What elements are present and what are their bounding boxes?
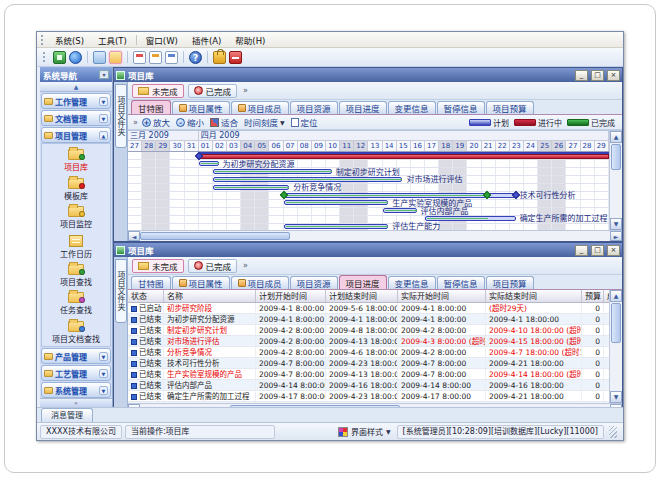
sidebar-group-bottom-0[interactable]: 产品管理▼ [41,348,111,364]
pin-icon[interactable]: ▾ [99,70,109,79]
table-window-tab-项目进度[interactable]: 项目进度 [339,275,387,289]
app-grid-icon[interactable] [53,51,66,64]
gantt-window-tab-项目资源[interactable]: 项目资源 [290,101,338,114]
table-row[interactable]: 已结束制定初步研究计划2009-4-2 8:00:002009-4-8 18:0… [128,325,609,336]
sidebar-group-top-1[interactable]: 文档管理▼ [41,110,111,126]
expand-icon[interactable]: ▼ [99,97,108,106]
expand-icon[interactable]: ▼ [99,369,108,378]
gantt-window-tab-项目成员[interactable]: 项目成员 [231,101,289,114]
task-bar[interactable] [425,216,516,221]
folder-closed-icon[interactable] [93,51,106,64]
scroll-left-arrow[interactable]: ◄ [128,404,140,407]
gantt-window-tab-项目属性[interactable]: 项目属性 [172,101,230,114]
column-header-状态[interactable]: 状态 [128,290,164,302]
task-bar[interactable] [213,169,332,174]
column-header-实际结束时间[interactable]: 实际结束时间 [486,290,582,302]
task-bar[interactable] [383,208,417,213]
sidebar-item-项目监控[interactable]: 项目监控 [42,204,110,232]
table-horizontal-scrollbar[interactable]: ◄ ► [128,403,622,407]
collapse-icon[interactable]: ▲ [99,131,108,140]
project-folder-tab[interactable]: 项目文件夹 [115,259,127,323]
scroll-right-arrow[interactable]: ► [610,404,622,407]
table-window-tab-暂停信息[interactable]: 暂停信息 [437,276,485,289]
filter-overflow-chevron[interactable]: » [243,261,248,270]
message-management-tab[interactable]: 消息管理 [41,408,93,422]
expand-icon[interactable]: ▼ [99,352,108,361]
project-folder-tab[interactable]: 项目文件夹 [115,84,127,148]
sidebar-overflow-strip[interactable]: » [40,398,112,407]
gantt-window-filter-未完成[interactable]: 未完成 [132,84,184,98]
table-window-filter-未完成[interactable]: 未完成 [132,259,184,273]
table-row[interactable]: 已结束确定生产所需的加工过程2009-4-17 8:00:002009-4-23… [128,391,609,402]
sidebar-group-top-0[interactable]: 工作管理▼ [41,93,111,109]
table-window-tab-项目成员[interactable]: 项目成员 [231,276,289,289]
column-header-计划结束时间[interactable]: 计划结束时间 [326,290,398,302]
scroll-thumb[interactable] [611,303,621,343]
minimize-button[interactable]: _ [575,70,588,81]
table-window-tab-变更信息[interactable]: 变更信息 [388,276,436,289]
gantt-window-filter-已完成[interactable]: 已完成 [188,84,238,98]
sidebar-item-项目查找[interactable]: 项目查找 [42,261,110,289]
table-row[interactable]: 已结束技术可行性分析2009-4-7 8:00:002009-4-23 18:0… [128,358,609,369]
gantt-window-tab-变更信息[interactable]: 变更信息 [388,101,436,114]
tool-缩小[interactable]: –缩小 [176,116,204,128]
gantt-window-tab-甘特图[interactable]: 甘特图 [131,100,171,114]
table-row[interactable]: 已结束分析竞争情况2009-4-2 8:00:002009-4-6 18:00:… [128,347,609,358]
sidebar-item-工作日历[interactable]: 工作日历 [42,233,110,261]
report-blue-icon[interactable] [165,51,178,64]
menu-item-2[interactable]: 工具(T) [91,33,134,47]
scroll-up-arrow[interactable]: ▲ [610,290,622,302]
scroll-down-arrow[interactable]: ▼ [610,391,622,403]
ui-style-selector[interactable]: 界面样式 [351,426,383,437]
table-window-tab-项目资源[interactable]: 项目资源 [290,276,338,289]
scroll-up-arrow[interactable]: ▲ [610,131,622,143]
table-row[interactable]: 已结束为初步研究分配资源2009-4-1 8:00:002009-4-1 18:… [128,314,609,325]
table-vertical-scrollbar[interactable]: ▲ ▼ [609,290,622,403]
tool-定位[interactable]: 定位 [291,116,318,128]
table-row[interactable]: 已结束评估内部产品2009-4-14 8:00:002009-4-16 18:0… [128,380,609,391]
task-bar[interactable] [284,224,389,229]
expand-icon[interactable]: ▼ [99,386,108,395]
sidebar-item-项目文档查找[interactable]: 项目文档查找 [42,318,110,346]
maximize-button[interactable]: □ [591,245,604,256]
task-bar[interactable] [284,200,389,205]
toolbar-overflow-chevron[interactable]: » [133,118,138,127]
scroll-thumb[interactable] [230,405,400,407]
help-icon[interactable]: ? [189,51,202,64]
gantt-chart-area[interactable]: 为初步研究分配资源制定初步研究计划对市场进行评估分析竞争情况技术可行性分析生产实… [128,152,609,230]
tool-放大[interactable]: +放大 [142,116,170,128]
sidebar-collapse-strip[interactable]: ▲ [40,82,112,92]
resize-grip[interactable] [609,426,617,438]
task-bar[interactable] [199,161,219,166]
scroll-thumb[interactable] [611,144,621,170]
gantt-window-tab-项目预算[interactable]: 项目预算 [486,101,534,114]
column-header-预算[interactable]: 预算 [582,290,604,302]
sidebar-group-bottom-2[interactable]: 系统管理▼ [41,382,111,398]
minimize-button[interactable]: _ [575,245,588,256]
task-bar[interactable] [213,177,403,182]
folder-open-active-icon[interactable] [109,51,122,64]
sidebar-item-项目库[interactable]: 项目库 [42,147,110,175]
sidebar-group-bottom-1[interactable]: 工艺管理▼ [41,365,111,381]
report-red-icon[interactable] [133,51,146,64]
stop-icon[interactable] [229,51,242,64]
tool-适合[interactable]: 适合 [210,116,238,128]
table-window-tab-项目属性[interactable]: 项目属性 [172,276,230,289]
column-header-计划开始时间[interactable]: 计划开始时间 [256,290,326,302]
table-row[interactable]: 已结束对市场进行评估2009-4-2 8:00:002009-4-13 18:0… [128,336,609,347]
expand-icon[interactable]: ▼ [99,114,108,123]
task-bar[interactable] [284,193,516,198]
gantt-window-titlebar[interactable]: 项目库 _ □ × [114,68,622,82]
table-window-titlebar[interactable]: 项目库 _ □ × [114,243,622,257]
menu-item-3[interactable]: 窗口(W) [139,33,185,47]
menu-item-5[interactable]: 帮助(H) [228,33,272,47]
gantt-horizontal-scrollbar[interactable]: ◄ ► [128,230,622,241]
table-row[interactable]: 已结束生产实验室规模的产品2009-4-7 8:00:002009-4-13 1… [128,369,609,380]
menu-item-1[interactable]: 系统(S) [48,33,91,47]
scroll-down-arrow[interactable]: ▼ [610,218,622,230]
task-bar-inprogress[interactable] [199,154,609,159]
table-row[interactable]: 已启动初步研究阶段2009-4-1 8:00:002009-5-6 18:00:… [128,303,609,314]
scroll-thumb[interactable] [140,232,290,240]
lock-icon[interactable] [213,51,226,64]
table-window-tab-甘特图[interactable]: 甘特图 [131,276,171,289]
